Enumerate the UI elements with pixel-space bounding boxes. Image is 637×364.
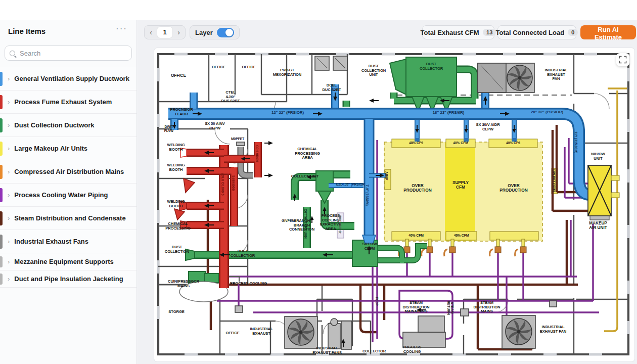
color-bar	[0, 274, 3, 285]
line-item-label: Mezzanine Equipment Supports	[14, 258, 113, 265]
line-item-label: Large Makeup Air Units	[14, 145, 87, 152]
panel-title: Line Items	[8, 27, 46, 35]
sidebar-item-process-cooling[interactable]: ›Process Cooling Water Piping	[0, 184, 136, 207]
ellipsis-menu-icon[interactable]: ···	[113, 23, 130, 34]
stat-value-badge: 0	[568, 29, 578, 36]
chevron-right-icon: ›	[8, 168, 10, 175]
line-item-label: Process Cooling Water Piping	[14, 191, 108, 199]
toolbar: ‹ 1 › Layer Total Exhaust CFM 13 Total C…	[136, 20, 637, 46]
line-items-panel: Line Items ··· ›General Ventilation Supp…	[0, 20, 137, 364]
chevron-right-icon: ›	[8, 121, 10, 129]
floor-plan-drawing	[154, 48, 634, 361]
search-box[interactable]	[5, 46, 132, 61]
line-item-label: Duct and Pipe Insulation Jacketing	[14, 275, 123, 283]
sidebar-item-steam-distribution[interactable]: ›Steam Distribution and Condensate	[0, 207, 136, 230]
sidebar-item-general-ventilation[interactable]: ›General Ventilation Supply Ductwork	[0, 67, 136, 90]
sidebar-item-process-fume[interactable]: ›Process Fume Exhaust System	[0, 90, 136, 114]
search-icon	[10, 51, 15, 56]
run-ai-estimate-button[interactable]: Run AI Estimate	[580, 25, 636, 39]
line-item-label: General Ventilation Supply Ductwork	[14, 75, 129, 82]
chevron-right-icon: ›	[8, 191, 10, 199]
sidebar-item-insulation-jacketing[interactable]: ›Duct and Pipe Insulation Jacketing	[0, 270, 136, 288]
layer-control: Layer	[190, 25, 240, 39]
stat-value-badge: 13	[483, 29, 496, 36]
search-input[interactable]	[19, 49, 127, 58]
stat-label: Total Exhaust CFM	[421, 29, 479, 36]
chevron-right-icon: ›	[8, 75, 10, 82]
sidebar-header: Line Items ···	[0, 20, 136, 43]
color-bar	[0, 142, 3, 156]
stat-total-exhaust-cfm: Total Exhaust CFM 13	[422, 25, 494, 39]
color-bar	[0, 256, 3, 267]
sidebar-item-compressed-air[interactable]: ›Compressed Air Distribution Mains	[0, 160, 136, 184]
next-page-button[interactable]: ›	[172, 26, 185, 39]
color-bar	[0, 72, 3, 86]
page-number[interactable]: 1	[157, 27, 172, 38]
stat-label: Total Connected Load	[496, 29, 565, 36]
chevron-right-icon: ›	[8, 238, 10, 245]
chevron-right-icon: ›	[8, 275, 10, 283]
color-bar	[0, 188, 3, 202]
sidebar-item-makeup-air[interactable]: ›Large Makeup Air Units	[0, 137, 136, 160]
fullscreen-icon[interactable]	[616, 53, 629, 66]
color-bar	[0, 95, 3, 109]
color-bar	[0, 165, 3, 179]
color-bar	[0, 211, 3, 225]
app-window: Line Items ··· ›General Ventilation Supp…	[0, 20, 637, 364]
floor-plan-canvas[interactable]: OFFICE OFFICE OFFICE PRIKGT MEXORIZATION…	[154, 48, 634, 361]
sidebar-item-dust-collection[interactable]: ›Dust Collection Ductwork	[0, 114, 136, 137]
layer-label: Layer	[195, 29, 213, 36]
line-item-label: Dust Collection Ductwork	[14, 121, 94, 129]
prev-page-button[interactable]: ‹	[145, 26, 157, 39]
chevron-right-icon: ›	[8, 98, 10, 106]
color-bar	[0, 235, 3, 249]
chevron-right-icon: ›	[8, 145, 10, 152]
line-items-list: ›General Ventilation Supply Ductwork ›Pr…	[0, 67, 136, 364]
layer-toggle[interactable]	[217, 28, 234, 37]
chevron-right-icon: ›	[8, 214, 10, 222]
sidebar-item-mezzanine-supports[interactable]: ›Mezzanine Equipment Supports	[0, 253, 136, 270]
line-item-label: Steam Distribution and Condensate	[14, 214, 125, 222]
color-bar	[0, 118, 3, 132]
line-item-label: Process Fume Exhaust System	[14, 98, 112, 106]
stat-total-connected-load: Total Connected Load 0	[497, 25, 576, 39]
line-item-label: Industrial Exhaust Fans	[14, 238, 88, 245]
sidebar-item-industrial-exhaust-fans[interactable]: ›Industrial Exhaust Fans	[0, 230, 136, 253]
page-navigation: ‹ 1 ›	[144, 25, 186, 39]
chevron-right-icon: ›	[8, 258, 10, 265]
toggle-knob	[225, 29, 233, 36]
line-item-label: Compressed Air Distribution Mains	[14, 168, 124, 175]
